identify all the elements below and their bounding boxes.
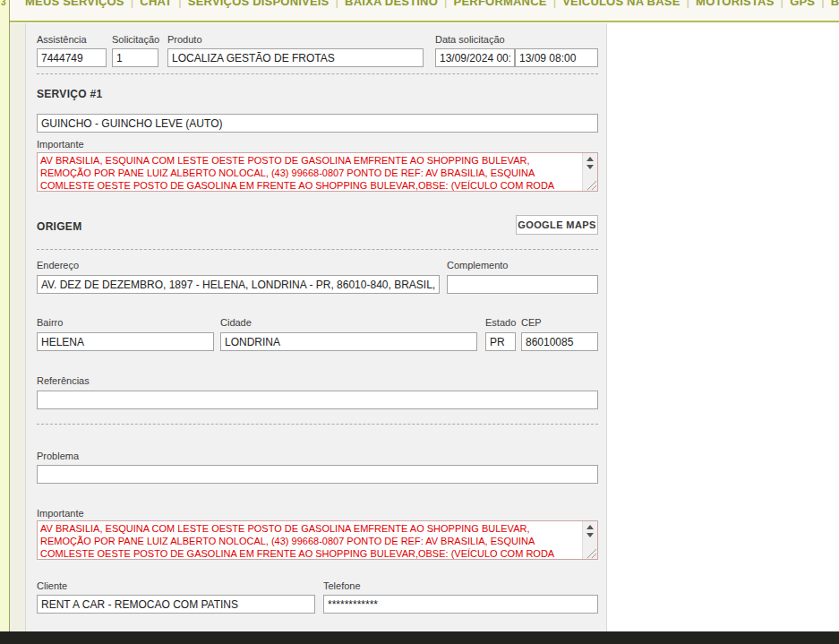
estado-label: Estado bbox=[485, 317, 516, 328]
resize-grip-icon[interactable] bbox=[587, 549, 596, 558]
cliente-input[interactable] bbox=[37, 595, 315, 614]
menu-item-buzina[interactable]: BUZINA bbox=[831, 0, 839, 8]
menu-item-servicos-disponiveis[interactable]: SERVIÇOS DISPONÍVEIS bbox=[188, 0, 330, 8]
menu-separator: | bbox=[553, 0, 557, 8]
bairro-input[interactable] bbox=[37, 332, 214, 351]
problema-input[interactable] bbox=[37, 465, 598, 484]
servico-section-title: SERVIÇO #1 bbox=[37, 88, 102, 100]
servico-input[interactable] bbox=[37, 114, 598, 133]
corner-text-fragment: 3 bbox=[1, 0, 6, 7]
origem-importante-textarea[interactable]: AV BRASILIA, ESQUINA COM LESTE OESTE POS… bbox=[37, 520, 598, 560]
menu-item-chat[interactable]: CHAT bbox=[140, 0, 172, 8]
solicitacao-input[interactable] bbox=[112, 48, 158, 67]
left-accent-strip: 3 bbox=[0, 0, 10, 631]
google-maps-button[interactable]: GOOGLE MAPS bbox=[516, 215, 598, 235]
complemento-input[interactable] bbox=[447, 275, 598, 294]
endereco-label: Endereço bbox=[37, 260, 79, 270]
produto-label: Produto bbox=[167, 34, 202, 45]
origem-importante-label: Importante bbox=[37, 508, 84, 519]
left-gutter bbox=[10, 23, 25, 631]
menu-item-performance[interactable]: PERFORMANCE bbox=[454, 0, 547, 8]
menu-separator: | bbox=[821, 0, 825, 8]
assistencia-input[interactable] bbox=[37, 48, 107, 67]
referencias-label: Referências bbox=[37, 375, 90, 386]
origem-section-title: ORIGEM bbox=[37, 220, 81, 233]
servico-importante-label: Importante bbox=[37, 139, 84, 150]
bottom-dark-bar bbox=[0, 631, 839, 644]
scroll-up-icon[interactable] bbox=[586, 525, 594, 529]
menu-row: MEUS SERVIÇOS|CHAT|SERVIÇOS DISPONÍVEIS|… bbox=[10, 0, 839, 8]
cliente-label: Cliente bbox=[37, 580, 67, 591]
menu-separator: | bbox=[178, 0, 182, 8]
cidade-label: Cidade bbox=[220, 317, 252, 328]
menu-item-baixa-destino[interactable]: BAIXA DESTINO bbox=[345, 0, 438, 8]
cidade-input[interactable] bbox=[220, 332, 477, 351]
cep-label: CEP bbox=[521, 317, 542, 328]
cep-input[interactable] bbox=[521, 332, 598, 351]
menu-separator: | bbox=[444, 0, 448, 8]
problema-label: Problema bbox=[37, 451, 79, 461]
assistencia-label: Assistência bbox=[37, 34, 87, 45]
resize-grip-icon[interactable] bbox=[587, 181, 596, 190]
service-form-panel: Assistência Solicitação Produto Data sol… bbox=[25, 23, 607, 632]
menu-separator: | bbox=[781, 0, 784, 8]
produto-input[interactable] bbox=[167, 48, 424, 67]
top-menu-bar: MEUS SERVIÇOS|CHAT|SERVIÇOS DISPONÍVEIS|… bbox=[10, 0, 839, 22]
data-solicitacao-datetime-input[interactable] bbox=[435, 48, 515, 67]
bairro-label: Bairro bbox=[37, 317, 63, 328]
scroll-down-icon[interactable] bbox=[586, 165, 594, 169]
dashed-divider bbox=[37, 73, 598, 74]
solicitacao-label: Solicitação bbox=[112, 34, 159, 45]
menu-separator: | bbox=[687, 0, 690, 8]
servico-importante-text: AV BRASILIA, ESQUINA COM LESTE OESTE POS… bbox=[40, 154, 580, 192]
menu-item-meus-servicos[interactable]: MEUS SERVIÇOS bbox=[25, 0, 124, 8]
dashed-divider bbox=[37, 249, 598, 250]
endereco-input[interactable] bbox=[37, 275, 440, 294]
scroll-down-icon[interactable] bbox=[586, 533, 594, 537]
estado-input[interactable] bbox=[485, 332, 516, 351]
telefone-label: Telefone bbox=[323, 580, 361, 591]
data-solicitacao-label: Data solicitação bbox=[435, 34, 505, 45]
menu-separator: | bbox=[131, 0, 134, 8]
menu-item-gps[interactable]: GPS bbox=[790, 0, 815, 8]
referencias-input[interactable] bbox=[37, 391, 598, 409]
origem-importante-text: AV BRASILIA, ESQUINA COM LESTE OESTE POS… bbox=[40, 522, 580, 560]
servico-importante-textarea[interactable]: AV BRASILIA, ESQUINA COM LESTE OESTE POS… bbox=[37, 152, 598, 192]
menu-separator: | bbox=[335, 0, 338, 8]
data-solicitacao-time-input[interactable] bbox=[515, 48, 598, 67]
complemento-label: Complemento bbox=[447, 260, 508, 270]
dashed-divider bbox=[37, 424, 598, 425]
telefone-input[interactable] bbox=[323, 595, 598, 614]
scroll-up-icon[interactable] bbox=[586, 157, 594, 161]
menu-item-veiculos-na-base[interactable]: VEÍCULOS NA BASE bbox=[562, 0, 680, 8]
menu-item-motoristas[interactable]: MOTORISTAS bbox=[696, 0, 774, 8]
